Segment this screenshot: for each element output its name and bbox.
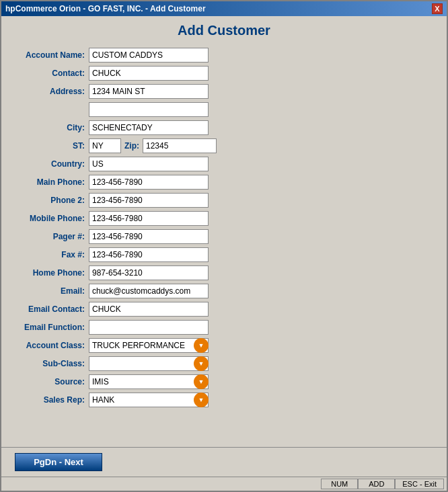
address-row: Address: [15,84,433,99]
email-function-label: Email Function: [15,323,89,332]
sales-rep-dropdown-button[interactable] [194,393,209,407]
home-phone-input[interactable] [89,265,209,280]
contact-row: Contact: [15,66,433,81]
phone2-input[interactable] [89,193,209,208]
source-input[interactable] [89,374,209,389]
account-class-input[interactable] [89,338,209,353]
address-line1-input[interactable] [89,84,209,99]
status-add: ADD [358,479,395,489]
title-bar: hpCommerce Orion - GO FAST, INC. - Add C… [1,1,447,16]
st-label: ST: [15,141,89,151]
sub-class-dropdown-button[interactable] [194,356,209,371]
form-content: Add Customer Account Name: Contact: Addr… [1,16,447,447]
st-zip-row: ST: Zip: [15,138,433,153]
sales-rep-dropdown-wrapper [89,393,209,407]
email-function-row: Email Function: [15,320,433,335]
fax-input[interactable] [89,247,209,262]
sub-class-input[interactable] [89,356,209,371]
city-input[interactable] [89,120,209,135]
country-label: Country: [15,159,89,169]
status-esc: ESC - Exit [395,479,444,489]
fax-row: Fax #: [15,247,433,262]
email-row: Email: [15,284,433,298]
main-window: hpCommerce Orion - GO FAST, INC. - Add C… [0,0,448,492]
bottom-bar: PgDn - Next [1,447,447,477]
zip-input[interactable] [143,138,217,153]
page-title: Add Customer [15,23,433,38]
home-phone-label: Home Phone: [15,268,89,278]
sub-class-dropdown-wrapper [89,356,209,371]
email-label: Email: [15,286,89,296]
account-class-label: Account Class: [15,341,89,350]
home-phone-row: Home Phone: [15,265,433,280]
title-bar-text: hpCommerce Orion - GO FAST, INC. - Add C… [5,4,206,13]
sub-class-label: Sub-Class: [15,359,89,368]
city-label: City: [15,123,89,132]
mobile-phone-input[interactable] [89,211,209,226]
sales-rep-row: Sales Rep: [15,393,433,407]
pager-row: Pager #: [15,229,433,244]
phone2-label: Phone 2: [15,196,89,205]
email-contact-row: Email Contact: [15,302,433,317]
source-dropdown-wrapper [89,374,209,389]
country-input[interactable] [89,157,209,171]
address-line2-input[interactable] [89,102,209,117]
address-label: Address: [15,87,89,96]
account-name-label: Account Name: [15,50,89,60]
source-label: Source: [15,377,89,386]
phone2-row: Phone 2: [15,193,433,208]
status-bar: NUM ADD ESC - Exit [1,477,447,491]
email-contact-input[interactable] [89,302,209,317]
contact-label: Contact: [15,69,89,78]
sub-class-row: Sub-Class: [15,356,433,371]
city-row: City: [15,120,433,135]
source-row: Source: [15,374,433,389]
email-contact-label: Email Contact: [15,304,89,314]
close-button[interactable]: X [432,3,443,14]
st-input[interactable] [89,138,121,153]
pgdn-button[interactable]: PgDn - Next [15,453,102,471]
main-phone-row: Main Phone: [15,175,433,190]
country-row: Country: [15,157,433,171]
main-phone-label: Main Phone: [15,177,89,187]
fax-label: Fax #: [15,250,89,259]
email-function-input[interactable] [89,320,209,335]
zip-label: Zip: [121,141,143,151]
email-input[interactable] [89,284,209,298]
sales-rep-label: Sales Rep: [15,395,89,405]
account-class-dropdown-button[interactable] [194,338,209,353]
account-name-row: Account Name: [15,48,433,63]
mobile-phone-label: Mobile Phone: [15,214,89,223]
account-name-input[interactable] [89,48,209,63]
pager-label: Pager #: [15,232,89,241]
main-phone-input[interactable] [89,175,209,190]
status-num: NUM [321,479,358,489]
source-dropdown-button[interactable] [194,374,209,389]
account-class-row: Account Class: [15,338,433,353]
mobile-phone-row: Mobile Phone: [15,211,433,226]
account-class-dropdown-wrapper [89,338,209,353]
contact-input[interactable] [89,66,209,81]
sales-rep-input[interactable] [89,393,209,407]
pager-input[interactable] [89,229,209,244]
address2-row [15,102,433,117]
